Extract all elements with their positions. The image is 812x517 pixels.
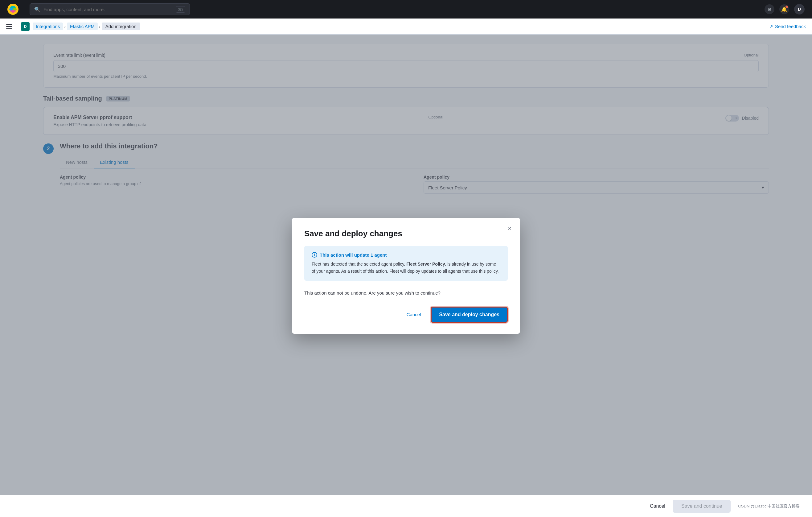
breadcrumb-elastic-apm[interactable]: Elastic APM — [67, 23, 98, 30]
confirm-text: This action can not be undone. Are you s… — [304, 289, 508, 297]
svg-point-3 — [9, 8, 13, 10]
user-avatar[interactable]: D — [794, 4, 805, 15]
send-feedback-link[interactable]: ↗ Send feedback — [769, 24, 806, 29]
modal-dialog: × Save and deploy changes i This action … — [292, 218, 520, 334]
menu-button[interactable] — [6, 22, 16, 31]
modal-backdrop: × Save and deploy changes i This action … — [0, 34, 812, 517]
info-policy-name: Fleet Server Policy — [406, 262, 445, 267]
notification-dot — [785, 5, 788, 8]
hamburger-line-3 — [6, 28, 12, 29]
modal-cancel-button[interactable]: Cancel — [402, 309, 426, 320]
modal-title: Save and deploy changes — [304, 229, 508, 239]
search-icon: 🔍 — [34, 6, 40, 12]
breadcrumb-integrations[interactable]: Integrations — [33, 23, 63, 30]
elastic-logo-icon — [7, 4, 19, 15]
subnav-avatar[interactable]: D — [21, 22, 30, 31]
notification-icon[interactable]: 🔔 — [779, 4, 789, 14]
info-icon: i — [312, 252, 317, 257]
topbar: 🔍 ⌘/ ⊕ 🔔 D — [0, 0, 812, 19]
info-box-body: Fleet has detected that the selected age… — [312, 261, 500, 275]
search-input[interactable] — [44, 7, 173, 12]
info-box-title: i This action will update 1 agent — [312, 252, 500, 257]
help-icon[interactable]: ⊕ — [764, 4, 774, 14]
modal-actions: Cancel Save and deploy changes — [304, 307, 508, 323]
breadcrumb-arrow-2: › — [99, 24, 100, 29]
breadcrumb-arrow-1: › — [64, 24, 66, 29]
breadcrumb-current: Add integration — [102, 23, 140, 30]
topbar-right: ⊕ 🔔 D — [764, 4, 805, 15]
subnav: D Integrations › Elastic APM › Add integ… — [0, 19, 812, 34]
hamburger-line-1 — [6, 24, 12, 25]
search-shortcut: ⌘/ — [176, 6, 185, 12]
hamburger-line-2 — [6, 26, 12, 27]
help-icon-wrap: ⊕ — [764, 4, 774, 14]
bottom-save-continue-button[interactable]: Save and continue — [673, 500, 731, 513]
footer-note: CSDN @Elastic 中国社区官方博客 — [738, 504, 800, 509]
main-content: Event rate limit (event limit) Optional … — [0, 34, 812, 517]
info-box: i This action will update 1 agent Fleet … — [304, 246, 508, 281]
search-bar[interactable]: 🔍 ⌘/ — [30, 3, 190, 15]
modal-confirm-button[interactable]: Save and deploy changes — [431, 307, 508, 323]
info-body-prefix: Fleet has detected that the selected age… — [312, 262, 406, 267]
modal-close-button[interactable]: × — [505, 223, 515, 233]
breadcrumb: Integrations › Elastic APM › Add integra… — [33, 23, 140, 30]
bottom-cancel-button[interactable]: Cancel — [650, 504, 665, 509]
info-box-title-text: This action will update 1 agent — [320, 252, 387, 257]
svg-point-4 — [13, 8, 17, 10]
bottom-bar: Cancel Save and continue CSDN @Elastic 中… — [0, 495, 812, 517]
external-link-icon: ↗ — [769, 24, 773, 29]
elastic-logo[interactable] — [7, 4, 19, 15]
notification-icon-wrap: 🔔 — [779, 4, 789, 14]
